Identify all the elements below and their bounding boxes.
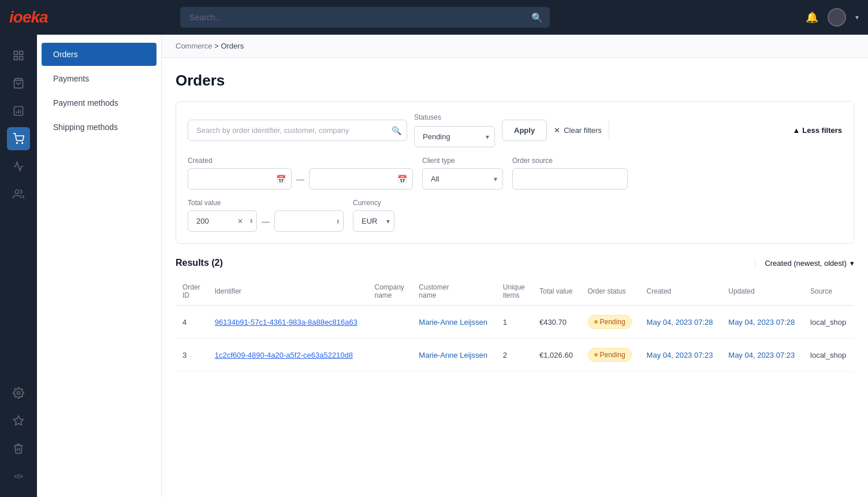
nav-sidebar: Orders Payments Payment methods Shipping… [37, 35, 162, 497]
calendar-from-icon[interactable]: 📅 [276, 175, 286, 184]
page-title: Orders [176, 72, 854, 90]
logo: ioeka [9, 8, 48, 27]
sidebar-item-cart[interactable] [7, 127, 30, 150]
status-badge: Pending [588, 315, 632, 329]
orders-table: OrderID Identifier Companyname Customern… [176, 277, 854, 372]
cell-unique-items: 1 [496, 306, 532, 339]
cell-order-status: Pending [581, 339, 640, 372]
sidebar-item-marketing[interactable] [7, 155, 30, 178]
apply-button[interactable]: Apply [502, 120, 547, 141]
col-customer-name: Customername [412, 277, 496, 306]
status-dot-icon [594, 320, 598, 324]
table-body: 4 96134b91-57c1-4361-983a-8a88ec816a63 M… [176, 306, 854, 372]
table-header: OrderID Identifier Companyname Customern… [176, 277, 854, 306]
order-source-group: Order source [512, 157, 628, 190]
order-source-label: Order source [512, 157, 628, 165]
total-value-to-spinner-icon: ⬍ [336, 218, 340, 224]
icon-sidebar: </> [0, 35, 37, 497]
sidebar-item-favorites[interactable] [7, 409, 30, 432]
date-dash: — [296, 175, 304, 184]
bell-icon[interactable]: 🔔 [806, 11, 818, 24]
nav-item-payments[interactable]: Payments [42, 67, 157, 90]
client-type-label: Client type [422, 157, 503, 165]
less-filters-chevron-icon: ▲ [792, 126, 800, 135]
col-unique-items: Uniqueitems [496, 277, 532, 306]
sidebar-item-settings[interactable] [7, 381, 30, 405]
cell-order-id: 4 [176, 306, 208, 339]
currency-select-wrap: EUR USD GBP ▾ [353, 210, 394, 232]
less-filters-button[interactable]: ▲ Less filters [792, 126, 842, 135]
cell-source: local_shop [803, 339, 854, 372]
currency-select[interactable]: EUR USD GBP [353, 210, 394, 232]
breadcrumb: Commerce > Orders [162, 35, 868, 58]
col-total-value: Total value [532, 277, 580, 306]
results-title: Results (2) [176, 258, 223, 268]
search-icon: 🔍 [531, 12, 543, 23]
cell-company-name [367, 306, 412, 339]
calendar-to-icon[interactable]: 📅 [397, 175, 407, 184]
order-search-wrap: 🔍 [188, 120, 407, 141]
cell-source: local_shop [803, 306, 854, 339]
cell-updated: May 04, 2023 07:23 [721, 339, 803, 372]
currency-group: Currency EUR USD GBP ▾ [353, 199, 394, 232]
total-value-to-wrap: ⬍ [274, 210, 344, 232]
less-filters-label: Less filters [802, 126, 842, 135]
total-value-clear-icon[interactable]: ✕ [237, 217, 243, 225]
total-value-to-input[interactable] [274, 210, 344, 232]
cell-customer-name: Marie-Anne Leijssen [412, 339, 496, 372]
filter-row-3: Total value ✕ ⬍ — ⬍ [188, 199, 842, 232]
sidebar-item-reports[interactable] [7, 99, 30, 123]
total-value-group: Total value ✕ ⬍ — ⬍ [188, 199, 344, 232]
clear-filters-button[interactable]: ✕ Clear filters [554, 126, 602, 135]
cell-identifier: 1c2cf609-4890-4a20-a5f2-ce63a52210d8 [208, 339, 368, 372]
client-type-select[interactable]: All Individual Company [422, 168, 503, 190]
svg-point-8 [15, 190, 19, 194]
page-content: Orders 🔍 Statuses Pending Completed [162, 58, 868, 385]
nav-item-orders[interactable]: Orders [42, 43, 157, 66]
statuses-label: Statuses [414, 113, 495, 121]
order-source-input[interactable] [512, 168, 628, 190]
sidebar-item-trash[interactable] [7, 437, 30, 460]
cell-total-value: €1,026.60 [532, 339, 580, 372]
avatar[interactable] [828, 8, 846, 27]
sidebar-item-bag[interactable] [7, 72, 30, 95]
order-search-input[interactable] [188, 120, 407, 141]
nav-item-payment-methods[interactable]: Payment methods [42, 91, 157, 114]
created-label: Created [188, 157, 413, 165]
clear-filters-x-icon: ✕ [554, 126, 560, 135]
sort-button[interactable]: Created (newest, oldest) ▾ [765, 259, 854, 268]
total-value-dash: — [262, 217, 270, 226]
svg-rect-1 [20, 51, 23, 55]
order-link[interactable]: 1c2cf609-4890-4a20-a5f2-ce63a52210d8 [215, 351, 353, 359]
date-range: 📅 — 📅 [188, 168, 413, 190]
cell-unique-items: 2 [496, 339, 532, 372]
svg-marker-10 [14, 416, 24, 425]
sidebar-item-dashboard[interactable] [7, 44, 30, 67]
results-divider [755, 259, 755, 268]
total-value-from-input[interactable] [188, 210, 257, 232]
svg-point-9 [17, 392, 20, 395]
search-input[interactable] [180, 7, 550, 28]
order-link[interactable]: 96134b91-57c1-4361-983a-8a88ec816a63 [215, 318, 357, 327]
filter-panel: 🔍 Statuses Pending Completed Cancelled ▾ [176, 101, 854, 244]
col-order-id: OrderID [176, 277, 208, 306]
table-row[interactable]: 4 96134b91-57c1-4361-983a-8a88ec816a63 M… [176, 306, 854, 339]
total-value-label: Total value [188, 199, 344, 207]
statuses-group: Statuses Pending Completed Cancelled ▾ [414, 113, 495, 147]
col-created: Created [640, 277, 722, 306]
topbar-right: 🔔 ▾ [806, 8, 859, 27]
col-source: Source [803, 277, 854, 306]
status-dot-icon [594, 353, 598, 357]
col-updated: Updated [721, 277, 803, 306]
table-row[interactable]: 3 1c2cf609-4890-4a20-a5f2-ce63a52210d8 M… [176, 339, 854, 372]
sidebar-item-users[interactable] [7, 183, 30, 206]
user-menu-icon[interactable]: ▾ [855, 13, 859, 21]
col-order-status: Order status [581, 277, 640, 306]
breadcrumb-parent[interactable]: Commerce [176, 42, 213, 50]
breadcrumb-current: Orders [221, 42, 244, 50]
embed-icon[interactable]: </> [7, 465, 30, 488]
currency-label: Currency [353, 199, 394, 207]
statuses-select[interactable]: Pending Completed Cancelled [414, 126, 495, 147]
nav-item-shipping-methods[interactable]: Shipping methods [42, 116, 157, 139]
date-from-wrap: 📅 [188, 168, 292, 190]
